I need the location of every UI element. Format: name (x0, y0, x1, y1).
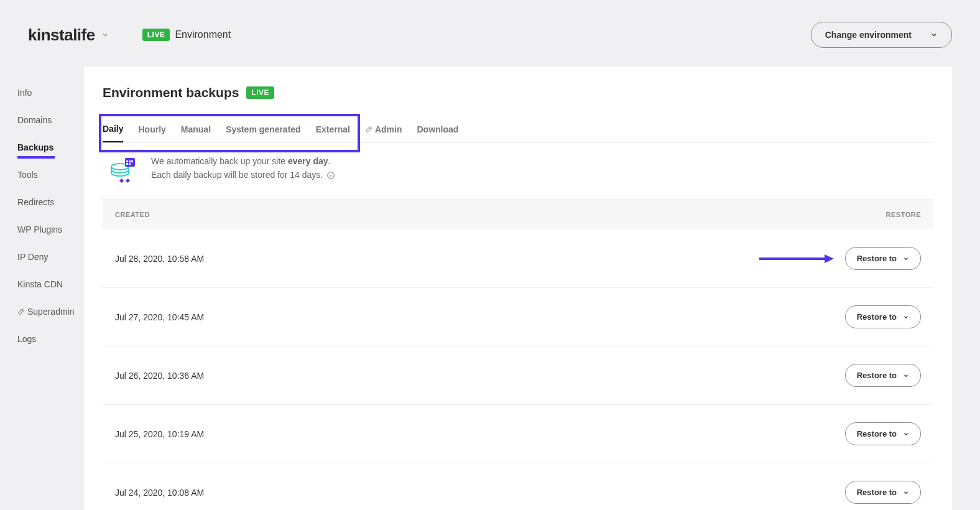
sidebar: InfoDomainsBackupsToolsRedirectsWP Plugi… (0, 67, 84, 510)
banner-line-2: Each daily backup will be stored for 14 … (151, 168, 335, 182)
sidebar-item-redirects[interactable]: Redirects (17, 188, 84, 216)
tab-label: System generated (226, 124, 301, 134)
tab-manual[interactable]: Manual (181, 116, 211, 142)
tab-label: Manual (181, 124, 211, 134)
table-row: Jul 25, 2020, 10:19 AMRestore to (103, 405, 933, 463)
sidebar-item-superadmin[interactable]: Superadmin (17, 298, 84, 325)
info-icon[interactable] (326, 171, 335, 180)
sidebar-item-ip-deny[interactable]: IP Deny (17, 243, 84, 271)
column-header-created: CREATED (115, 211, 150, 218)
sidebar-item-backups[interactable]: Backups (17, 134, 84, 161)
chevron-down-icon (903, 314, 909, 320)
sidebar-item-logs[interactable]: Logs (17, 325, 84, 353)
tab-label: Hourly (138, 124, 165, 134)
restore-to-button[interactable]: Restore to (845, 481, 921, 504)
tab-hourly[interactable]: Hourly (138, 116, 165, 142)
table-row: Jul 28, 2020, 10:58 AMRestore to (103, 230, 933, 288)
tab-label: External (316, 124, 350, 134)
sidebar-item-label: Logs (17, 334, 36, 344)
annotation-arrow-icon (759, 253, 834, 265)
table-body: Jul 28, 2020, 10:58 AMRestore toJul 27, … (103, 230, 933, 510)
sidebar-item-label: Redirects (17, 197, 54, 207)
banner-line-1: We automatically back up your site every… (151, 154, 335, 168)
svg-rect-3 (129, 160, 131, 162)
restore-to-label: Restore to (857, 429, 897, 438)
restore-to-button[interactable]: Restore to (845, 305, 921, 328)
tab-label: Download (417, 124, 458, 134)
site-name: kinstalife (28, 26, 95, 45)
tab-daily[interactable]: Daily (103, 116, 123, 142)
table-row: Jul 24, 2020, 10:08 AMRestore to (103, 463, 933, 510)
sidebar-item-label: WP Plugins (17, 225, 62, 234)
chevron-down-icon (903, 489, 909, 496)
svg-rect-5 (126, 163, 128, 165)
restore-to-label: Restore to (857, 371, 897, 380)
tab-external[interactable]: External (316, 116, 350, 142)
tab-admin[interactable]: Admin (365, 116, 402, 142)
site-switcher[interactable]: kinstalife (28, 26, 109, 45)
sidebar-item-label: Tools (17, 170, 38, 180)
restore-to-label: Restore to (857, 254, 897, 263)
svg-marker-11 (825, 254, 834, 263)
restore-to-button[interactable]: Restore to (845, 422, 921, 445)
sidebar-item-kinsta-cdn[interactable]: Kinsta CDN (17, 271, 84, 298)
sidebar-item-label: Superadmin (27, 307, 75, 317)
table-row: Jul 27, 2020, 10:45 AMRestore to (103, 288, 933, 346)
restore-to-button[interactable]: Restore to (845, 364, 921, 387)
sidebar-item-domains[interactable]: Domains (17, 106, 84, 134)
backup-created-date: Jul 28, 2020, 10:58 AM (115, 254, 204, 264)
table-header: CREATED RESTORE (103, 200, 933, 230)
backup-schedule-icon (109, 154, 139, 184)
page-title: Environment backups (103, 85, 239, 100)
chevron-down-icon (903, 431, 909, 437)
wand-icon (365, 126, 372, 133)
restore-to-label: Restore to (857, 312, 897, 322)
sidebar-item-label: Kinsta CDN (17, 279, 63, 289)
sidebar-item-label: Info (17, 88, 32, 98)
backup-created-date: Jul 24, 2020, 10:08 AM (115, 488, 204, 498)
svg-rect-4 (131, 160, 133, 162)
environment-label: Environment (175, 29, 231, 40)
tab-label: Admin (375, 124, 402, 134)
tab-system-generated[interactable]: System generated (226, 116, 301, 142)
backup-created-date: Jul 27, 2020, 10:45 AM (115, 312, 204, 322)
tab-label: Daily (103, 124, 123, 134)
restore-to-button[interactable]: Restore to (845, 247, 921, 270)
chevron-down-icon (930, 31, 938, 39)
restore-to-label: Restore to (857, 488, 897, 497)
svg-rect-7 (119, 178, 124, 183)
chevron-down-icon (903, 373, 909, 379)
sidebar-item-label: Backups (17, 142, 53, 152)
environment-indicator: LIVE Environment (142, 29, 231, 41)
sidebar-item-info[interactable]: Info (17, 79, 84, 106)
info-banner: We automatically back up your site every… (103, 143, 933, 200)
sidebar-item-wp-plugins[interactable]: WP Plugins (17, 216, 84, 243)
chevron-down-icon (101, 31, 109, 39)
column-header-restore: RESTORE (886, 211, 921, 218)
sidebar-item-label: IP Deny (17, 252, 49, 262)
table-row: Jul 26, 2020, 10:36 AMRestore to (103, 346, 933, 405)
change-environment-button[interactable]: Change environment (811, 22, 952, 48)
change-environment-label: Change environment (825, 30, 912, 40)
live-badge: LIVE (142, 29, 170, 41)
tabs: DailyHourlyManualSystem generatedExterna… (103, 116, 933, 142)
tab-download[interactable]: Download (417, 116, 458, 142)
svg-rect-2 (126, 160, 128, 162)
svg-rect-8 (126, 178, 130, 183)
chevron-down-icon (903, 256, 909, 262)
backup-created-date: Jul 25, 2020, 10:19 AM (115, 429, 204, 439)
sidebar-item-tools[interactable]: Tools (17, 161, 84, 188)
live-badge: LIVE (246, 86, 274, 99)
content-area: Environment backups LIVE DailyHourlyManu… (84, 67, 952, 510)
backup-created-date: Jul 26, 2020, 10:36 AM (115, 371, 204, 381)
svg-rect-6 (129, 163, 131, 165)
wand-icon (17, 308, 25, 315)
sidebar-item-label: Domains (17, 115, 52, 125)
